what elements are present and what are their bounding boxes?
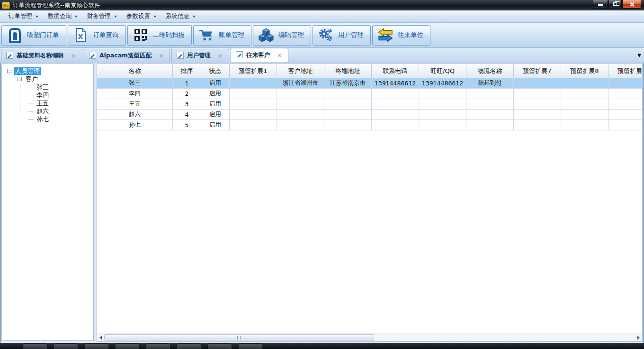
column-header-预留扩展1[interactable]: 预留扩展1 — [230, 64, 277, 78]
toolbar-button-cubes[interactable]: 编码管理 — [253, 25, 311, 46]
toolbar-button-excel-document[interactable]: X订单查询 — [68, 25, 126, 46]
tab-close-icon[interactable]: × — [158, 52, 165, 59]
column-header-预留扩展7[interactable]: 预留扩展7 — [514, 64, 561, 78]
excel-document-icon: X — [73, 27, 89, 43]
tab-3[interactable]: 用户管理× — [171, 49, 229, 62]
tree-node-label: 赵六 — [35, 108, 50, 115]
windows-taskbar[interactable] — [0, 343, 644, 349]
tree-node-赵六[interactable]: 赵六 — [2, 107, 93, 115]
toolbar-button-gears[interactable]: 用户管理 — [313, 25, 371, 46]
close-button[interactable] — [622, 0, 641, 9]
tree-node-客户[interactable]: 客户 — [2, 75, 93, 83]
table-row[interactable]: 孙七5启用 — [97, 120, 643, 130]
taskbar-button[interactable] — [207, 343, 232, 349]
tab-1[interactable]: 基础资料名称编辑× — [1, 49, 82, 62]
tree-node-孙七[interactable]: 孙七 — [2, 115, 93, 123]
column-header-终端地址[interactable]: 终端地址 — [324, 64, 372, 78]
column-header-客户地址[interactable]: 客户地址 — [277, 64, 324, 78]
table-row[interactable]: 赵六4启用 — [97, 110, 643, 120]
cell-预留扩展8 — [561, 110, 608, 119]
cell-预留扩展1 — [230, 89, 277, 99]
column-header-旺旺/QQ[interactable]: 旺旺/QQ — [419, 64, 466, 78]
menu-item-3[interactable]: 财务管理 — [82, 11, 122, 22]
tree-node-label: 人员管理 — [14, 67, 41, 75]
toolbar-button-label: 编码管理 — [278, 31, 304, 39]
horizontal-scrollbar[interactable] — [97, 333, 642, 341]
cell-客户地址: 浙江省湖州市 — [277, 78, 324, 88]
cell-预留扩展1 — [230, 99, 277, 109]
menu-item-4[interactable]: 参数设置 — [122, 11, 161, 22]
cart-icon — [198, 27, 215, 43]
toolbar-button-qr-code[interactable]: 二维码扫描 — [127, 25, 192, 46]
tree-guide-line — [20, 79, 20, 119]
taskbar-button[interactable] — [146, 343, 170, 349]
taskbar-button[interactable] — [23, 343, 47, 349]
cell-终端地址: 江苏省南京市 — [324, 78, 372, 88]
tree-node-王五[interactable]: 王五 — [2, 99, 93, 107]
restore-button[interactable] — [608, 0, 622, 9]
grid-body: 张三1启用浙江省湖州市江苏省南京市1391448661213914486612德… — [97, 78, 643, 130]
tree-branch-line — [28, 111, 34, 111]
taskbar-button[interactable] — [84, 343, 109, 349]
tree-node-人员管理[interactable]: 人员管理 — [2, 67, 93, 75]
menu-item-label: 系统信息 — [166, 12, 189, 20]
taskbar-button[interactable] — [177, 343, 201, 349]
scrollbar-thumb[interactable] — [104, 334, 374, 340]
minimize-button[interactable] — [593, 0, 608, 9]
cell-联系电话 — [372, 89, 419, 99]
scroll-left-button[interactable] — [97, 333, 104, 341]
column-header-预留扩展9[interactable]: 预留扩展9 — [608, 64, 643, 78]
tree-branch-line — [28, 103, 34, 103]
tab-close-icon[interactable]: × — [276, 52, 283, 59]
table-row[interactable]: 李四2启用 — [97, 89, 643, 99]
cell-名称: 李四 — [97, 89, 173, 99]
cell-名称: 张三 — [97, 78, 173, 88]
column-header-状态[interactable]: 状态 — [201, 64, 230, 78]
tree-branch-line — [28, 87, 34, 87]
tab-label: 基础资料名称编辑 — [17, 52, 64, 60]
pencil-icon — [89, 52, 96, 60]
toolbar-button-label: 订单查询 — [93, 31, 119, 39]
tree-node-李四[interactable]: 李四 — [2, 91, 93, 99]
toolbar-button-door[interactable]: 吸塑门订单 — [1, 25, 66, 46]
tab-close-icon[interactable]: × — [70, 52, 77, 59]
cell-预留扩展9 — [608, 99, 643, 109]
tab-4[interactable]: 往来客户× — [231, 48, 288, 62]
taskbar-button[interactable] — [238, 343, 263, 349]
table-row[interactable]: 王五3启用 — [97, 99, 643, 110]
column-header-预留扩展8[interactable]: 预留扩展8 — [561, 64, 608, 78]
column-header-联系电话[interactable]: 联系电话 — [372, 64, 419, 78]
window-controls — [592, 0, 641, 9]
cell-预留扩展8 — [561, 78, 608, 88]
taskbar-button[interactable] — [54, 343, 78, 349]
cell-联系电话 — [372, 120, 419, 130]
tab-close-icon[interactable]: × — [217, 52, 224, 59]
menu-item-1[interactable]: 订单管理 — [4, 11, 43, 22]
scroll-right-button[interactable] — [635, 333, 642, 341]
title-bar[interactable]: 倾心 订单流程管理系统--南京倾心软件 — [0, 0, 644, 10]
taskbar-button[interactable] — [115, 343, 140, 349]
tree-collapse-icon[interactable] — [18, 77, 22, 81]
column-header-名称[interactable]: 名称 — [97, 64, 173, 78]
toolbar-button-swap-arrows[interactable]: 往来单位 — [372, 25, 430, 46]
table-row[interactable]: 张三1启用浙江省湖州市江苏省南京市1391448661213914486612德… — [97, 78, 643, 89]
cell-预留扩展1 — [230, 120, 277, 130]
restore-icon — [613, 2, 617, 6]
menu-item-5[interactable]: 系统信息 — [161, 11, 200, 22]
tree-collapse-icon[interactable] — [7, 69, 11, 73]
column-header-物流名称[interactable]: 物流名称 — [466, 64, 514, 78]
column-header-排序[interactable]: 排序 — [173, 64, 201, 78]
tree-node-张三[interactable]: 张三 — [2, 83, 93, 91]
qr-code-icon — [133, 27, 149, 43]
tab-2[interactable]: Alpacam造型匹配× — [84, 49, 170, 62]
cell-预留扩展7 — [514, 120, 561, 130]
chevron-down-icon — [114, 16, 117, 18]
toolbar: 吸塑门订单X订单查询二维码扫描账单管理编码管理用户管理往来单位 — [0, 23, 644, 48]
tree-branch-line — [28, 95, 34, 95]
cell-终端地址 — [324, 110, 372, 119]
toolbar-button-cart[interactable]: 账单管理 — [193, 25, 251, 46]
menu-item-2[interactable]: 数据查询 — [43, 11, 82, 22]
pencil-icon — [177, 52, 184, 60]
pencil-icon — [6, 52, 13, 60]
tab-overflow-icon[interactable]: ▼ — [637, 53, 641, 58]
